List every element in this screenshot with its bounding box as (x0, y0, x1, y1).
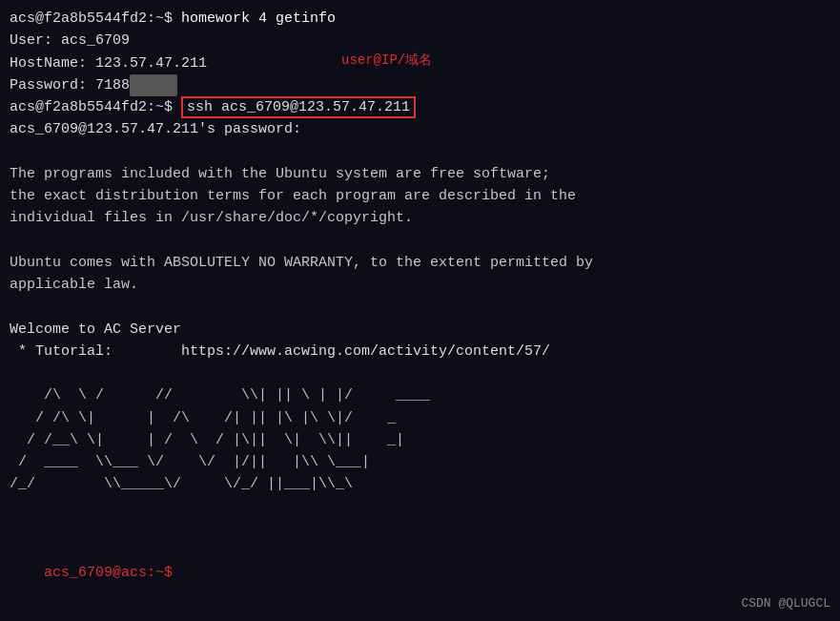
ssh-prompt-line: acs@f2a8b5544fd2:~$ ssh acs_6709@123.57.… (10, 96, 830, 118)
ascii-line-4: / ____ \\___ \/ \/ |/|| |\\ \___| (10, 451, 830, 473)
password-label: Password: 7188 (10, 77, 130, 93)
terminal-window: acs@f2a8b5544fd2:~$ homework 4 getinfo U… (0, 0, 840, 621)
blank-1 (10, 141, 830, 163)
user-line: User: acs_6709 (10, 30, 830, 52)
password-line: Password: 7188●●●●● (10, 74, 830, 96)
success-message: acs_6709@acs:~$ (44, 565, 181, 581)
info-line-4: Ubuntu comes with ABSOLUTELY NO WARRANTY… (10, 252, 830, 274)
tutorial-line: * Tutorial: https://www.acwing.com/activ… (10, 341, 830, 362)
ascii-line-3: / /__\ \| | / \ / |\|| \| \\|| _| (10, 429, 830, 451)
blank-3 (10, 296, 830, 318)
blank-5 (10, 496, 830, 518)
tutorial-label: * Tutorial: (10, 343, 181, 360)
welcome-line: Welcome to AC Server (10, 319, 830, 341)
blank-4 (10, 362, 830, 384)
ascii-line-1: /\ \ / // \\| || \ | |/ ____ (10, 384, 830, 406)
annotation-text: user@IP/域名 (341, 52, 432, 68)
blank-2 (10, 230, 830, 252)
command-line-1: acs@f2a8b5544fd2:~$ homework 4 getinfo (10, 8, 830, 30)
ssh-password-prompt-line: acs_6709@123.57.47.211's password: (10, 118, 830, 140)
tutorial-url: https://www.acwing.com/activity/content/… (181, 343, 550, 360)
prompt-2: acs@f2a8b5544fd2:~$ (10, 99, 181, 115)
info-line-2: the exact distribution terms for each pr… (10, 185, 830, 207)
ssh-command-boxed: ssh acs_6709@123.57.47.211 (181, 96, 416, 118)
footer-credit: CSDN @QLUGCL (741, 594, 830, 613)
command-text-1: homework 4 getinfo (181, 10, 336, 27)
annotation-row: user@IP/域名 (341, 50, 432, 72)
password-value: ●●●●● (130, 74, 177, 96)
info-line-3: individual files in /usr/share/doc/*/cop… (10, 207, 830, 229)
final-prompt-line: acs_6709@acs:~$ (10, 518, 830, 607)
info-line-1: The programs included with the Ubuntu sy… (10, 163, 830, 185)
ascii-line-5: /_/ \\_____\/ \/_/ ||___|\\_\ (10, 473, 830, 495)
info-line-5: applicable law. (10, 274, 830, 296)
prompt-1: acs@f2a8b5544fd2:~$ (10, 10, 181, 27)
ascii-line-2: / /\ \| | /\ /| || |\ |\ \|/ _ (10, 407, 830, 429)
